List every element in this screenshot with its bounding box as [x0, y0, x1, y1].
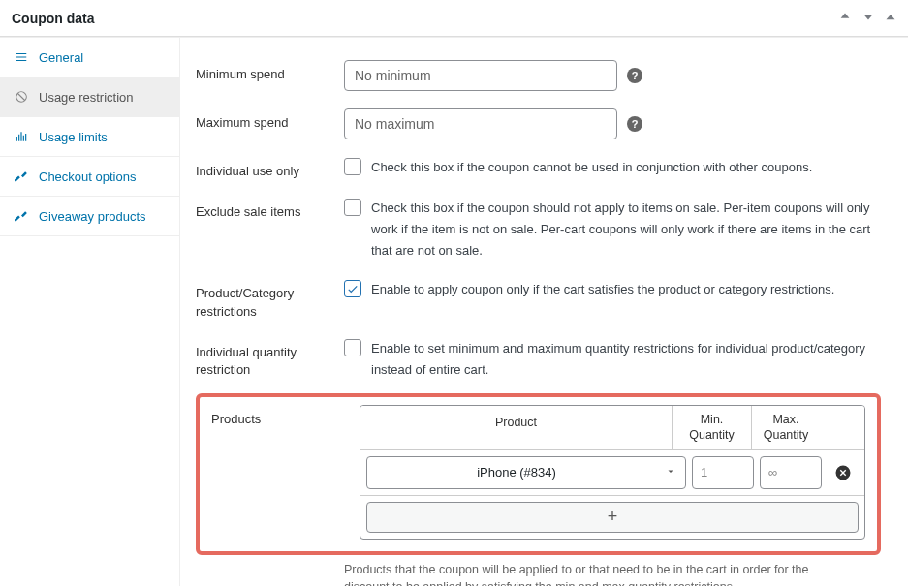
sidebar-label: Usage restriction	[39, 90, 134, 105]
panel-header: Coupon data	[0, 0, 908, 37]
sidebar-label: Checkout options	[39, 170, 136, 184]
panel-title: Coupon data	[12, 11, 95, 26]
remove-row-button[interactable]	[828, 464, 859, 481]
exclude-sale-text: Check this box if the coupon should not …	[371, 198, 881, 262]
panel-move-up-icon[interactable]	[838, 10, 852, 26]
label-min-spend: Minimum spend	[196, 60, 327, 83]
row-pc-restrict: Product/Category restrictions Enable to …	[196, 270, 881, 328]
sidebar-item-usage-limits[interactable]: Usage limits	[0, 117, 179, 157]
iq-restrict-checkbox[interactable]	[344, 339, 361, 356]
sidebar: General Usage restriction Usage limits C…	[0, 38, 180, 586]
product-table: Product Min. Quantity Max. Quantity iPho…	[360, 405, 865, 540]
chevron-down-icon	[665, 465, 676, 480]
col-min: Min. Quantity	[673, 406, 752, 449]
max-spend-input[interactable]	[344, 108, 617, 139]
row-min-spend: Minimum spend ?	[196, 51, 881, 100]
sidebar-label: General	[39, 50, 83, 65]
min-qty-input[interactable]	[692, 456, 754, 489]
general-icon	[14, 49, 29, 65]
sidebar-item-usage-restriction[interactable]: Usage restriction	[0, 77, 179, 117]
col-product: Product	[360, 406, 673, 449]
row-iq-restrict: Individual quantity restriction Enable t…	[196, 329, 881, 389]
panel-actions	[838, 10, 896, 26]
row-exclude-sale: Exclude sale items Check this box if the…	[196, 189, 881, 270]
product-row: iPhone (#834)	[360, 450, 864, 496]
label-pc-restrict: Product/Category restrictions	[196, 279, 327, 320]
close-icon	[834, 464, 852, 481]
limits-icon	[14, 129, 29, 144]
min-spend-input[interactable]	[344, 60, 617, 91]
sidebar-item-general[interactable]: General	[0, 38, 179, 77]
product-select[interactable]: iPhone (#834)	[366, 456, 686, 489]
iq-restrict-text: Enable to set minimum and maximum quanti…	[371, 338, 881, 381]
gift-icon	[14, 208, 29, 224]
label-exclude-sale: Exclude sale items	[196, 198, 327, 221]
product-select-value: iPhone (#834)	[477, 465, 556, 480]
pc-restrict-text: Enable to apply coupon only if the cart …	[371, 279, 834, 300]
sidebar-label: Giveaway products	[39, 209, 146, 224]
products-help-text: Products that the coupon will be applied…	[344, 561, 848, 586]
panel-collapse-icon[interactable]	[885, 11, 896, 26]
label-max-spend: Maximum spend	[196, 108, 327, 132]
restriction-icon	[14, 89, 29, 105]
row-max-spend: Maximum spend ?	[196, 100, 881, 148]
row-individual-use: Individual use only Check this box if th…	[196, 148, 881, 189]
individual-use-text: Check this box if the coupon cannot be u…	[371, 157, 812, 178]
individual-use-checkbox[interactable]	[344, 158, 361, 175]
help-icon[interactable]: ?	[627, 68, 642, 83]
main-form: Minimum spend ? Maximum spend ? Individu…	[180, 38, 908, 586]
add-row-container: +	[360, 496, 864, 539]
sidebar-label: Usage limits	[39, 130, 108, 144]
row-products: Products Product Min. Quantity Max. Quan…	[211, 405, 865, 540]
add-product-button[interactable]: +	[366, 502, 859, 533]
label-iq-restrict: Individual quantity restriction	[196, 338, 327, 379]
product-table-header: Product Min. Quantity Max. Quantity	[360, 406, 864, 450]
label-products: Products	[211, 405, 342, 428]
wrench-icon	[14, 169, 29, 184]
exclude-sale-checkbox[interactable]	[344, 199, 361, 216]
products-highlight: Products Product Min. Quantity Max. Quan…	[196, 393, 881, 555]
add-icon: +	[608, 507, 618, 527]
col-max: Max. Quantity	[752, 406, 820, 449]
panel-move-down-icon[interactable]	[861, 10, 875, 26]
max-qty-input[interactable]	[760, 456, 822, 489]
panel-body: General Usage restriction Usage limits C…	[0, 37, 908, 586]
sidebar-item-checkout-options[interactable]: Checkout options	[0, 157, 179, 197]
pc-restrict-checkbox[interactable]	[344, 280, 361, 297]
sidebar-item-giveaway-products[interactable]: Giveaway products	[0, 197, 179, 236]
label-individual-use: Individual use only	[196, 157, 327, 180]
help-icon[interactable]: ?	[627, 116, 642, 132]
